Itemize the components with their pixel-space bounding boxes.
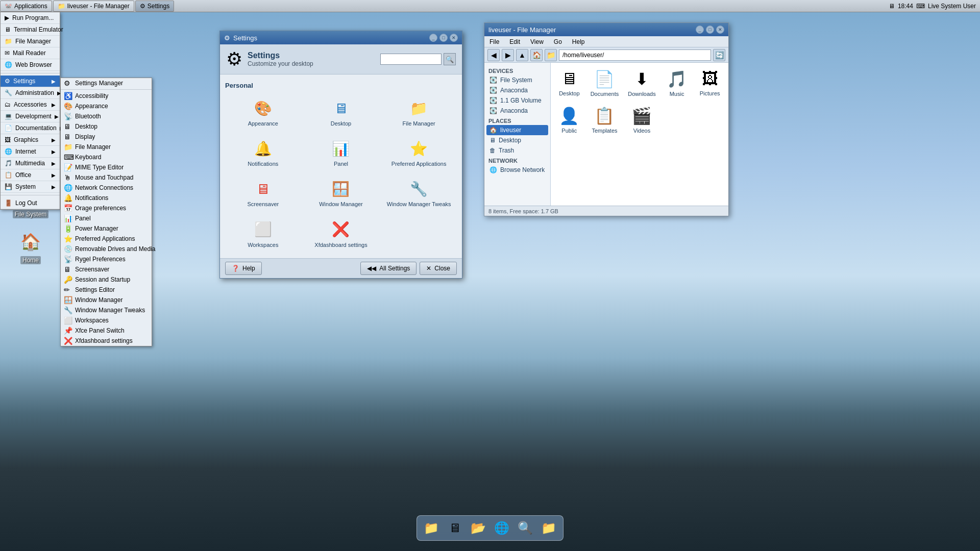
settings-item-xfd[interactable]: ❌ Xfdashboard settings [303,215,379,253]
menu-item-settings[interactable]: ⚙ Settings ▶ [1,76,60,87]
sidebar-item-browse-network[interactable]: 🌐 Browse Network [486,165,548,175]
menu-item-terminal[interactable]: 🖥 Terminal Emulator [1,24,60,36]
fm-maximize-button[interactable]: □ [706,26,714,34]
submenu-workspaces[interactable]: ⬜ Workspaces [61,315,152,325]
settings-item-preferred[interactable]: ⭐ Preferred Applications [381,134,457,172]
dock-item-4[interactable]: 🌐 [492,518,512,538]
all-settings-button[interactable]: ◀◀ All Settings [360,262,416,275]
fm-forward-button[interactable]: ▶ [502,49,514,61]
submenu-power[interactable]: 🔋 Power Manager [61,223,152,234]
file-item-public[interactable]: 👤 Public [555,104,584,136]
submenu-screensaver[interactable]: 🖥 Screensaver [61,264,152,274]
settings-item-wmtweaks[interactable]: 🔧 Window Manager Tweaks [381,174,457,212]
submenu-xfce-panel[interactable]: 📌 Xfce Panel Switch [61,325,152,336]
fm-up-button[interactable]: ▲ [516,49,528,61]
menu-item-internet[interactable]: 🌐 Internet ▶ [1,146,60,158]
menu-item-system[interactable]: 💾 System ▶ [1,181,60,193]
file-item-templates[interactable]: 📋 Templates [588,104,622,136]
dock-item-2[interactable]: 🖥 [445,518,465,538]
settings-item-notifications[interactable]: 🔔 Notifications [225,134,301,172]
fm-menu-help[interactable]: Help [567,36,590,47]
fm-back-button[interactable]: ◀ [487,49,500,61]
menu-item-multimedia[interactable]: 🎵 Multimedia ▶ [1,158,60,169]
maximize-button[interactable]: □ [439,34,448,42]
submenu-network[interactable]: 🌐 Network Connections [61,183,152,193]
submenu-rygel[interactable]: 📡 Rygel Preferences [61,254,152,264]
submenu-removable[interactable]: 💿 Removable Drives and Media [61,244,152,254]
file-item-music[interactable]: 🎵 Music [663,67,692,99]
submenu-notifications[interactable]: 🔔 Notifications [61,193,152,203]
sidebar-item-trash[interactable]: 🗑 Trash [486,145,548,156]
help-button[interactable]: ❓ Help [225,262,262,275]
sidebar-item-desktop[interactable]: 🖥 Desktop [486,135,548,145]
menu-item-accessories[interactable]: 🗂 Accessories ▶ [1,99,60,111]
search-input[interactable] [380,54,442,65]
minimize-button[interactable]: _ [429,34,437,42]
file-item-videos[interactable]: 🎬 Videos [625,104,658,136]
submenu-settings-editor[interactable]: ✏ Settings Editor [61,285,152,295]
settings-item-panel[interactable]: 📊 Panel [303,134,379,172]
file-item-documents[interactable]: 📄 Documents [588,67,622,99]
menu-item-dev[interactable]: 💻 Development ▶ [1,111,60,122]
sidebar-item-filesystem[interactable]: 💽 File System [486,75,548,85]
settings-tab[interactable]: ⚙ Settings [135,1,174,12]
fm-menu-go[interactable]: Go [549,36,567,47]
submenu-appearance[interactable]: 🎨 Appearance [61,101,152,111]
fm-reload-button[interactable]: 🔄 [713,49,725,61]
dock-item-6[interactable]: 📁 [538,518,559,538]
submenu-display[interactable]: 🖥 Display [61,132,152,142]
submenu-orage[interactable]: 📅 Orage preferences [61,203,152,213]
submenu-wm-tweaks[interactable]: 🔧 Window Manager Tweaks [61,305,152,315]
submenu-preferred[interactable]: ⭐ Preferred Applications [61,234,152,244]
fm-minimize-button[interactable]: _ [696,26,704,34]
submenu-desktop[interactable]: 🖥 Desktop [61,121,152,132]
fm-path-bar[interactable]: /home/liveuser/ [559,49,711,61]
file-item-pictures[interactable]: 🖼 Pictures [695,67,724,99]
sidebar-item-anaconda1[interactable]: 💽 Anaconda [486,85,548,95]
submenu-filemanager[interactable]: 📁 File Manager [61,142,152,152]
settings-item-workspaces[interactable]: ⬜ Workspaces [225,215,301,253]
menu-item-docs[interactable]: 📄 Documentation ▶ [1,122,60,134]
search-button[interactable]: 🔍 [444,53,456,65]
close-dialog-button[interactable]: ✕ Close [420,262,457,275]
menu-item-mail[interactable]: ✉ Mail Reader [1,47,60,59]
submenu-xfd[interactable]: ❌ Xfdashboard settings [61,336,152,346]
settings-item-wm[interactable]: 🪟 Window Manager [303,174,379,212]
settings-item-appearance[interactable]: 🎨 Appearance [225,93,301,132]
menu-item-office[interactable]: 📋 Office ▶ [1,169,60,181]
submenu-session[interactable]: 🔑 Session and Startup [61,274,152,285]
desktop-icon-home[interactable]: 🏠 Home [10,230,51,264]
file-manager-tab[interactable]: 📁 liveuser - File Manager [53,1,134,12]
dock-item-3[interactable]: 📂 [468,518,488,538]
fm-close-button[interactable]: ✕ [716,26,724,34]
menu-item-logout[interactable]: 🚪 Log Out [1,197,60,209]
submenu-mouse[interactable]: 🖱 Mouse and Touchpad [61,172,152,183]
submenu-panel[interactable]: 📊 Panel [61,213,152,223]
settings-item-screensaver[interactable]: 🖥 Screensaver [225,174,301,212]
applications-menu-button[interactable]: 🐭 Applications [0,1,52,12]
submenu-settings-manager[interactable]: ⚙ Settings Manager [61,78,152,88]
fm-menu-edit[interactable]: Edit [504,36,525,47]
file-item-downloads[interactable]: ⬇ Downloads [625,67,658,99]
submenu-keyboard[interactable]: ⌨ Keyboard [61,152,152,162]
file-item-desktop[interactable]: 🖥 Desktop [555,67,584,99]
settings-item-desktop[interactable]: 🖥 Desktop [303,93,379,132]
menu-item-filemanager[interactable]: 📁 File Manager [1,36,60,47]
submenu-bluetooth[interactable]: 📡 Bluetooth [61,111,152,121]
menu-item-browser[interactable]: 🌐 Web Browser [1,59,60,71]
submenu-wm[interactable]: 🪟 Window Manager [61,295,152,305]
fm-menu-view[interactable]: View [525,36,549,47]
sidebar-item-volume[interactable]: 💽 1.1 GB Volume [486,95,548,106]
sidebar-item-liveuser[interactable]: 🏠 liveuser [486,125,548,135]
sidebar-item-anaconda2[interactable]: 💽 Anaconda [486,106,548,116]
close-button[interactable]: ✕ [450,34,458,42]
dock-item-1[interactable]: 📁 [421,518,442,538]
fm-menu-file[interactable]: File [484,36,504,47]
settings-item-filemanager[interactable]: 📁 File Manager [381,93,457,132]
submenu-mime[interactable]: 📝 MIME Type Editor [61,162,152,172]
submenu-accessibility[interactable]: ♿ Accessibility [61,91,152,101]
dock-item-5[interactable]: 🔍 [515,518,535,538]
fm-home-button[interactable]: 🏠 [530,49,543,61]
menu-item-run[interactable]: ▶ Run Program... [1,12,60,24]
menu-item-graphics[interactable]: 🖼 Graphics ▶ [1,134,60,146]
